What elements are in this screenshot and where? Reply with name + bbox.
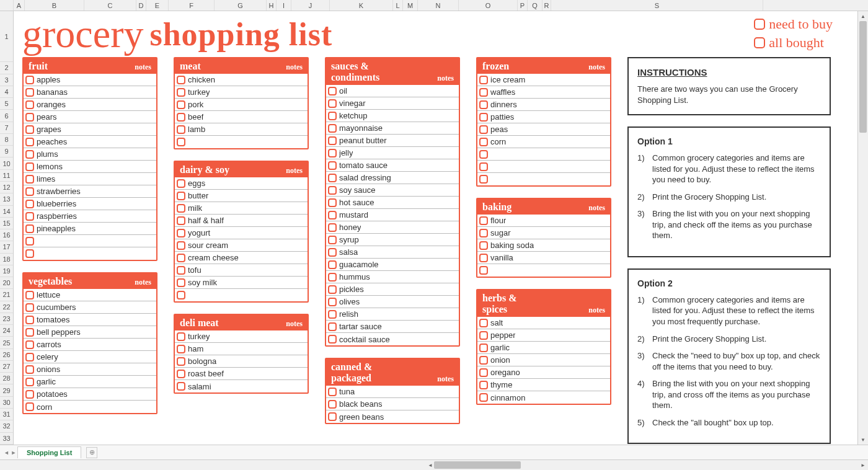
list-item[interactable]: apples (24, 74, 156, 86)
list-item[interactable]: corn (24, 401, 156, 413)
checkbox-icon[interactable] (479, 138, 488, 146)
list-item[interactable] (175, 289, 308, 301)
row-header-16[interactable]: 16 (0, 229, 13, 241)
list-item[interactable]: yogurt (175, 227, 308, 239)
list-item[interactable]: blueberries (24, 198, 156, 210)
checkbox-icon[interactable] (479, 241, 488, 250)
checkbox-icon[interactable] (328, 99, 337, 108)
row-headers[interactable]: 1234567891011121314151617181920212223242… (0, 11, 14, 445)
list-item[interactable]: soy milk (175, 277, 308, 289)
row-header-31[interactable]: 31 (0, 409, 13, 420)
checkbox-icon[interactable] (328, 285, 337, 294)
checkbox-icon[interactable] (479, 266, 488, 275)
row-header-5[interactable]: 5 (0, 98, 13, 110)
col-header-A[interactable]: A (14, 0, 25, 11)
checkbox-icon[interactable] (25, 365, 34, 374)
vertical-scrollbar[interactable]: ▲ ▼ (857, 11, 868, 445)
checkbox-icon[interactable] (328, 322, 337, 331)
col-header-O[interactable]: O (459, 0, 518, 11)
list-item[interactable]: pears (24, 111, 156, 123)
list-item[interactable]: oregano (477, 366, 610, 379)
checkbox-icon[interactable] (328, 236, 337, 244)
col-header-K[interactable]: K (330, 0, 393, 11)
row-header-19[interactable]: 19 (0, 265, 13, 277)
worksheet-area[interactable]: grocery shopping list need to buy all bo… (14, 11, 857, 445)
col-header-H[interactable]: H (267, 0, 277, 11)
row-header-9[interactable]: 9 (0, 146, 13, 157)
scroll-thumb[interactable] (434, 461, 521, 469)
list-item[interactable]: plums (24, 148, 156, 161)
list-item[interactable]: carrots (24, 339, 156, 351)
list-item[interactable]: bell peppers (24, 326, 156, 339)
checkbox-icon[interactable] (479, 113, 488, 122)
list-item[interactable]: raspberries (24, 210, 156, 223)
checkbox-icon[interactable] (328, 335, 337, 344)
checkbox-icon[interactable] (479, 381, 488, 389)
list-item[interactable]: peaches (24, 136, 156, 148)
checkbox-icon[interactable] (754, 37, 765, 48)
list-item[interactable]: vanilla (477, 252, 610, 264)
checkbox-icon[interactable] (479, 356, 488, 365)
list-item[interactable] (477, 264, 610, 277)
col-header-Q[interactable]: Q (528, 0, 542, 11)
list-item[interactable]: half & half (175, 215, 308, 227)
list-item[interactable]: salsa (326, 246, 459, 259)
row-header-4[interactable]: 4 (0, 86, 13, 98)
checkbox-icon[interactable] (328, 124, 337, 133)
list-item[interactable]: peanut butter (326, 135, 459, 147)
checkbox-icon[interactable] (479, 162, 488, 171)
list-item[interactable]: butter (175, 190, 308, 202)
checkbox-icon[interactable] (25, 212, 34, 221)
checkbox-icon[interactable] (479, 254, 488, 262)
row-header-2[interactable]: 2 (0, 62, 13, 74)
checkbox-icon[interactable] (754, 19, 765, 30)
row-header-18[interactable]: 18 (0, 254, 13, 265)
checkbox-icon[interactable] (328, 310, 337, 319)
row-header-33[interactable]: 33 (0, 433, 13, 445)
list-item[interactable]: pepper (477, 329, 610, 342)
checkbox-icon[interactable] (177, 113, 185, 122)
list-item[interactable]: thyme (477, 379, 610, 391)
checkbox-icon[interactable] (177, 332, 185, 341)
list-item[interactable]: roast beef (175, 368, 308, 380)
checkbox-icon[interactable] (479, 229, 488, 237)
list-item[interactable]: green beans (326, 410, 459, 423)
list-item[interactable]: ham (175, 343, 308, 355)
list-item[interactable]: vinegar (326, 97, 459, 110)
list-item[interactable]: pork (175, 99, 308, 111)
checkbox-icon[interactable] (25, 390, 34, 399)
list-item[interactable]: salami (175, 380, 308, 392)
col-header-G[interactable]: G (215, 0, 267, 11)
list-item[interactable]: strawberries (24, 185, 156, 198)
checkbox-icon[interactable] (25, 224, 34, 233)
list-item[interactable] (477, 148, 610, 161)
list-item[interactable]: guacamole (326, 259, 459, 271)
checkbox-icon[interactable] (479, 344, 488, 352)
list-item[interactable]: onion (477, 354, 610, 366)
row-header-21[interactable]: 21 (0, 289, 13, 301)
checkbox-icon[interactable] (479, 150, 488, 159)
list-item[interactable]: garlic (477, 342, 610, 354)
checkbox-icon[interactable] (328, 273, 337, 282)
checkbox-icon[interactable] (328, 186, 337, 195)
checkbox-icon[interactable] (25, 402, 34, 411)
checkbox-icon[interactable] (328, 298, 337, 306)
checkbox-icon[interactable] (25, 316, 34, 324)
list-item[interactable]: milk (175, 202, 308, 215)
row-header-12[interactable]: 12 (0, 182, 13, 193)
list-item[interactable]: grapes (24, 123, 156, 136)
checkbox-icon[interactable] (177, 125, 185, 134)
list-item[interactable]: cream cheese (175, 252, 308, 264)
row-header-1[interactable]: 1 (0, 11, 13, 62)
scroll-right-icon[interactable]: ► (858, 460, 868, 470)
col-header-B[interactable]: B (25, 0, 84, 11)
list-item[interactable]: peas (477, 123, 610, 136)
list-item[interactable]: eggs (175, 177, 308, 190)
checkbox-icon[interactable] (25, 291, 34, 299)
col-header-R[interactable]: R (542, 0, 551, 11)
checkbox-icon[interactable] (177, 88, 185, 97)
checkbox-icon[interactable] (328, 149, 337, 157)
checkbox-icon[interactable] (328, 198, 337, 207)
checkbox-icon[interactable] (328, 211, 337, 219)
col-header-E[interactable]: E (146, 0, 169, 11)
